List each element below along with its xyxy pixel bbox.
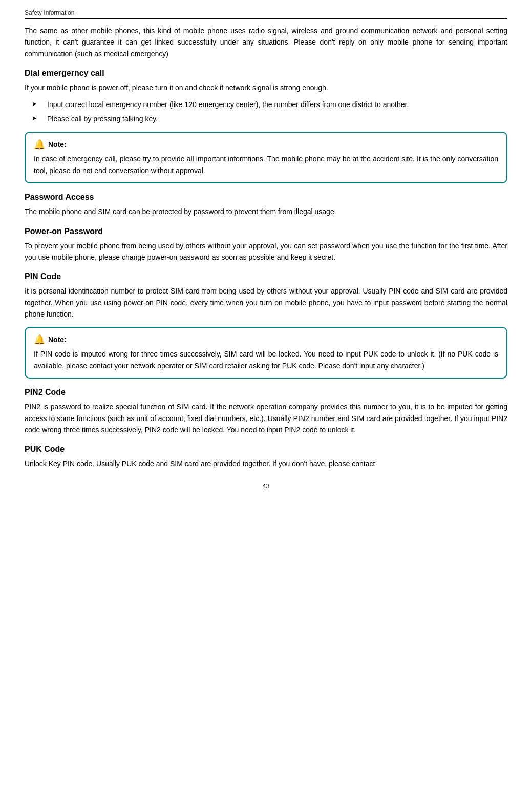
pin-code-para-0: It is personal identification number to … [25, 285, 507, 320]
heading-puk-code: PUK Code [25, 445, 507, 454]
dial-emergency-para-0: If your mobile phone is power off, pleas… [25, 82, 507, 93]
note-title-dial-emergency: 🔔 Note: [34, 139, 498, 150]
intro-paragraph: The same as other mobile phones, this ki… [25, 25, 507, 59]
section-power-on-password: Power-on Password To prevent your mobile… [25, 227, 507, 263]
bullet-item-1: Please call by pressing talking key. [43, 113, 507, 124]
section-password-access: Password Access The mobile phone and SIM… [25, 193, 507, 217]
note-text-dial-emergency: In case of emergency call, please try to… [34, 153, 498, 176]
note-title-pin-code: 🔔 Note: [34, 334, 498, 345]
bell-icon-pin-code: 🔔 [34, 334, 45, 345]
pin2-code-para-0: PIN2 is password to realize special func… [25, 401, 507, 435]
note-box-pin-code: 🔔 Note: If PIN code is imputed wrong for… [25, 327, 507, 379]
puk-code-para-0: Unlock Key PIN code. Usually PUK code an… [25, 458, 507, 469]
password-access-para-0: The mobile phone and SIM card can be pro… [25, 206, 507, 217]
heading-dial-emergency: Dial emergerncy call [25, 69, 507, 78]
page: Safety Information The same as other mob… [0, 0, 532, 796]
note-box-dial-emergency: 🔔 Note: In case of emergency call, pleas… [25, 132, 507, 183]
heading-power-on-password: Power-on Password [25, 227, 507, 236]
section-pin-code: PIN Code It is personal identification n… [25, 272, 507, 379]
section-pin2-code: PIN2 Code PIN2 is password to realize sp… [25, 388, 507, 435]
bullet-item-0: Input correct local emergency number (li… [43, 99, 507, 110]
power-on-password-para-0: To prevent your mobile phone from being … [25, 240, 507, 263]
section-dial-emergency: Dial emergerncy call If your mobile phon… [25, 69, 507, 183]
bell-icon-dial-emergency: 🔔 [34, 139, 45, 150]
section-puk-code: PUK Code Unlock Key PIN code. Usually PU… [25, 445, 507, 469]
heading-pin-code: PIN Code [25, 272, 507, 281]
note-label-dial-emergency: Note: [48, 140, 67, 149]
note-text-pin-code: If PIN code is imputed wrong for three t… [34, 348, 498, 371]
heading-password-access: Password Access [25, 193, 507, 202]
page-number: 43 [25, 482, 507, 490]
header-title: Safety Information [25, 9, 74, 16]
dial-emergency-bullets: Input correct local emergency number (li… [43, 99, 507, 125]
note-label-pin-code: Note: [48, 336, 67, 344]
page-header: Safety Information [25, 9, 507, 19]
heading-pin2-code: PIN2 Code [25, 388, 507, 397]
